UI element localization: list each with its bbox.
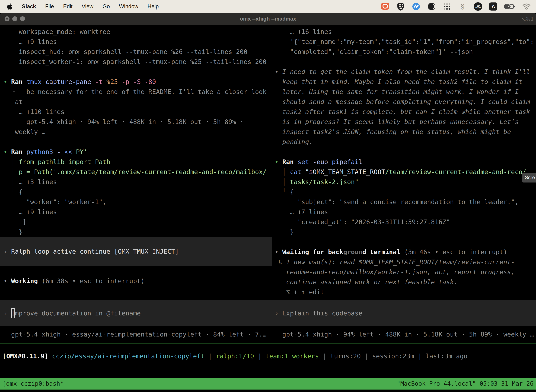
battery-icon[interactable] (504, 2, 515, 11)
segment-ran: Ran (282, 158, 297, 165)
omx-status-segment-dim: last:3m ago (426, 352, 467, 360)
segment-cmd: set (297, 158, 313, 165)
terminal-line: … +7 lines (272, 207, 536, 217)
right-prompt-input[interactable]: › Explain this codebase (272, 300, 536, 326)
terminal-line: ↳ 1 new msg(s): read $OMX_TEAM_STATE_ROO… (272, 257, 536, 267)
segment-tree: │ (4, 168, 19, 175)
omx-status-segment-sep: | (254, 352, 266, 360)
blue-zigzag-icon[interactable] (412, 2, 420, 11)
terminal-line: ⌥ + ↑ edit (272, 287, 536, 297)
segment-out: workspace_mode: worktree (4, 28, 110, 35)
segment-out: … +9 lines (4, 208, 57, 215)
terminal-line: │ … +3 lines (0, 177, 272, 187)
right-pane-body: … +16 lines '{"team_name":"my-team","tas… (272, 25, 536, 297)
menu-item-window[interactable]: Window (119, 3, 138, 10)
terminal-line (0, 67, 272, 77)
a-app-icon[interactable]: A (489, 2, 497, 10)
segment-ran: Ran (11, 148, 26, 155)
segment-arg: capture-pane (45, 78, 95, 85)
terminal-line: pending. (272, 137, 536, 147)
terminal-line: └ { (0, 187, 272, 197)
menu-items: FileEditViewGoWindowHelp (45, 3, 159, 10)
terminal-line: "created_at": "2026-03-31T11:59:27.816Z" (272, 217, 536, 227)
segment-out: "subject": "send a concise recommendatio… (275, 198, 519, 205)
shield-grid-icon[interactable] (396, 2, 405, 11)
omx-status-segment-white: [OMX#0.11.9] (2, 352, 52, 360)
segment-think: should send a message before completing … (275, 98, 530, 105)
segment-out: at (4, 98, 23, 105)
terminal-line: • I need to get the claim token from the… (272, 67, 536, 77)
wifi-icon[interactable] (522, 2, 531, 11)
squiggle-icon[interactable]: § (458, 2, 467, 11)
menu-item-file[interactable]: File (45, 3, 54, 10)
terminal-line: ] (0, 217, 272, 227)
terminal-line: readme-and-reco/mailbox/worker-1.json, a… (272, 267, 536, 277)
segment-ran: Ran (11, 78, 26, 85)
terminal-line: keep that in mind. Maybe I also need the… (272, 77, 536, 87)
badge-61-icon[interactable]: ..61 (474, 2, 482, 11)
segment-out: (6m 38s • esc to interrupt) (42, 277, 144, 285)
menu-item-help[interactable]: Help (148, 3, 159, 10)
chat-app-icon[interactable] (381, 2, 389, 11)
segment-out: … +9 lines (4, 38, 57, 45)
segment-out: … +7 lines (275, 208, 328, 215)
right-pane-status: gpt-5.4 xhigh · 94% left · 488K in · 5.1… (272, 329, 536, 339)
menu-bar: Slack FileEditViewGoWindowHelp § ..61 A (0, 0, 536, 13)
segment-prompt: › (275, 308, 282, 318)
segment-out: "created_at": "2026-03-31T11:59:27.816Z" (275, 218, 450, 225)
terminal-line: "worker": "worker-1", (0, 197, 272, 207)
segment-think: is in progress? It seems likely but perh… (275, 118, 519, 125)
status-message-bar: › Ralph loop active continue [OMX_TMUX_I… (0, 237, 272, 266)
menu-app-name[interactable]: Slack (22, 3, 36, 10)
omx-status-segment-dim: turns:20 (330, 352, 361, 360)
terminal-line: later. Using the same for transition mig… (272, 87, 536, 97)
segment-out: be necessary for the end of the README. … (26, 88, 266, 95)
left-terminal-pane[interactable]: workspace_mode: worktree … +9 lines insp… (0, 25, 272, 344)
terminal-line: … +9 lines (0, 37, 272, 47)
segment-tree: └ (4, 88, 26, 95)
segment-out: "worker": "worker-1", (4, 198, 106, 205)
terminal-line: inspect_worker-1: omx sparkshell --tmux-… (0, 57, 272, 67)
menu-item-go[interactable]: Go (103, 3, 110, 10)
segment-think: task2 after task1 is complete, but can I… (275, 108, 530, 115)
terminal-line: … +9 lines (0, 207, 272, 217)
terminal-line: • Ran set -euo pipefail (272, 157, 536, 167)
crescent-app-icon[interactable] (427, 2, 436, 11)
menu-bar-status-icons: § ..61 A (381, 2, 536, 11)
terminal-line: • Waiting for background terminal (3m 46… (272, 247, 536, 257)
segment-cmd: python3 (26, 148, 57, 155)
segment-out: { (290, 188, 294, 196)
segment-out: … +16 lines (275, 28, 332, 35)
omx-status-segment-dim: session:23m (372, 352, 414, 360)
segment-out: … +110 lines (4, 108, 65, 115)
minimize-button[interactable] (12, 16, 17, 21)
right-terminal-pane[interactable]: … +16 lines '{"team_name":"my-team","tas… (272, 25, 536, 344)
segment-out: gpt-5.4 xhigh · 94% left · 488K in · 5.1… (275, 331, 534, 338)
segment-tree: │ (4, 178, 19, 186)
terminal-line: │ p = Path('.omx/state/team/review-curre… (0, 167, 272, 177)
menu-item-view[interactable]: View (81, 3, 93, 10)
screenshot-tooltip: Scre (522, 173, 536, 182)
window-title-bar: omx --xhigh --madmax ⌥⌘1 (0, 13, 536, 25)
close-button[interactable] (5, 16, 10, 21)
terminal-line: inspect task2's JSON, focusing on the st… (272, 127, 536, 137)
segment-prompt: › (4, 246, 11, 257)
segment-think: continue assigned work or next feasible … (275, 278, 458, 285)
tmux-status-bar: [omx-cczip0:bash* "MacBook-Pro-44.local"… (0, 378, 536, 390)
apple-menu-icon[interactable] (7, 3, 13, 10)
terminal-line: } (0, 227, 272, 237)
segment-bullet: • (275, 158, 282, 165)
segment-out: (3m 46s • esc to interrupt) (404, 248, 507, 256)
left-prompt-input[interactable]: › Improve documentation in @filename (0, 300, 272, 326)
menu-bar-left: Slack FileEditViewGoWindowHelp (0, 3, 159, 10)
segment-cmd: tmux (26, 78, 45, 85)
terminal-line: gpt-5.4 xhigh · 94% left · 488K in · 5.1… (0, 117, 272, 127)
segment-bullet-dim: • (275, 68, 282, 75)
dots-grid-icon[interactable] (443, 2, 451, 11)
tmux-host-clock: "MacBook-Pro-44.local" 05:03 31-Mar-26 (397, 380, 534, 387)
segment-prompt: › (4, 308, 11, 318)
terminal-line: └ { (272, 187, 536, 197)
zoom-button[interactable] (20, 16, 25, 21)
omx-status-segment-sep: | (414, 352, 426, 360)
menu-item-edit[interactable]: Edit (63, 3, 72, 10)
